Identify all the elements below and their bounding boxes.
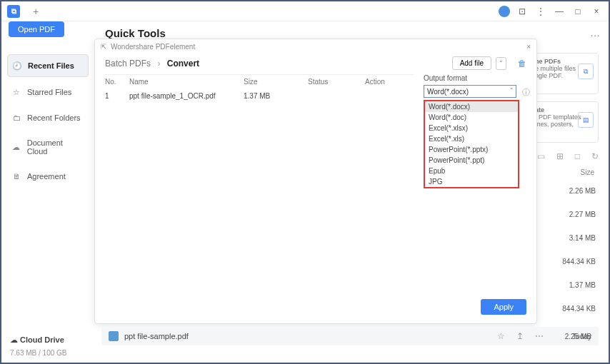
upload-icon[interactable]: ↥ — [516, 331, 524, 341]
cell-no: 1 — [105, 92, 129, 100]
file-size: 3.14 MB — [562, 234, 596, 242]
card-line: e multiple files — [535, 65, 576, 72]
clock-icon: 🕘 — [12, 61, 22, 71]
recent-file-row[interactable]: ppt file-sample.pdf ☆ ↥ ⋯ Today 2.25 MB — [101, 327, 599, 345]
sidebar-item-agreement[interactable]: 🗎 Agreement — [7, 166, 89, 187]
cloud-drive-label: Cloud Drive — [20, 335, 64, 344]
view-list-icon[interactable]: ▭ — [537, 151, 545, 161]
sidebar-item-recent-files[interactable]: 🕘 Recent Files — [7, 54, 89, 77]
star-icon: ☆ — [11, 87, 21, 97]
cloud-icon: ☁ — [11, 142, 21, 152]
cell-status — [308, 92, 365, 100]
file-table: No. Name Size Status Action 1 ppt file-s… — [105, 74, 414, 298]
card-title: ne PDFs — [535, 58, 561, 65]
col-name: Name — [129, 78, 244, 86]
new-tab-button[interactable]: + — [33, 6, 39, 17]
format-option-ppt[interactable]: PowerPoint(*.ppt) — [425, 155, 518, 166]
user-avatar-icon[interactable] — [499, 6, 510, 17]
table-row[interactable]: 1 ppt file-sample_1_OCR.pdf 1.37 MB — [105, 89, 414, 103]
apply-button[interactable]: Apply — [481, 299, 526, 315]
recent-file-size: 2.25 MB — [565, 333, 591, 340]
cell-name: ppt file-sample_1_OCR.pdf — [129, 92, 244, 100]
info-icon[interactable]: ⓘ — [522, 87, 530, 98]
output-format-label: Output format — [424, 74, 526, 82]
modal-app-hint: Wondershare PDFelement — [111, 43, 195, 51]
content-area: ne PDFs e multiple files ngle PDF. ⧉ ate… — [94, 44, 609, 363]
batch-convert-modal: ⇱ Wondershare PDFelement × Batch PDFs › … — [94, 39, 537, 324]
recent-file-name: ppt file-sample.pdf — [124, 332, 189, 340]
col-no: No. — [105, 78, 129, 86]
size-column-header: Size — [581, 168, 594, 176]
maximize-button[interactable]: □ — [571, 5, 584, 18]
format-option-xls[interactable]: Excel(*.xls) — [425, 133, 518, 144]
minimize-button[interactable]: — — [553, 5, 566, 18]
format-option-xlsx[interactable]: Excel(*.xlsx) — [425, 123, 518, 133]
template-card[interactable]: ate t PDF templates mes, posters, ▤ — [530, 101, 599, 143]
sidebar-item-document-cloud[interactable]: ☁ Document Cloud — [7, 133, 89, 161]
folder-icon: 🗀 — [11, 113, 21, 123]
chevron-right-icon: › — [157, 59, 160, 69]
cell-size: 1.37 MB — [244, 92, 308, 100]
file-size: 2.26 MB — [562, 187, 596, 195]
combine-pdfs-card[interactable]: ne PDFs e multiple files ngle PDF. ⧉ — [530, 53, 599, 94]
file-size: 844.34 KB — [562, 305, 596, 313]
pdf-file-icon — [109, 331, 119, 341]
pin-icon[interactable]: ⇱ — [101, 43, 106, 51]
open-pdf-button[interactable]: Open PDF — [9, 21, 64, 37]
star-toggle-icon[interactable]: ☆ — [497, 331, 505, 341]
sidebar-item-label: Agreement — [27, 172, 66, 181]
view-toolbar: ▭ ⊞ □ ↻ — [537, 151, 599, 161]
output-format-value: Word(*.docx) — [427, 88, 469, 96]
sidebar-item-label: Recent Files — [28, 61, 74, 70]
col-status: Status — [308, 78, 365, 86]
sidebar: Open PDF 🕘 Recent Files ☆ Starred Files … — [1, 44, 94, 363]
card-line: mes, posters, — [535, 121, 574, 128]
format-option-epub[interactable]: Epub — [425, 166, 518, 176]
output-format-select[interactable]: Word(*.docx) ˅ — [424, 85, 516, 98]
template-icon: ▤ — [578, 112, 594, 128]
app-logo-icon[interactable]: ⧉ — [7, 5, 20, 18]
file-size: 2.27 MB — [562, 211, 596, 218]
format-option-pptx[interactable]: PowerPoint(*.pptx) — [425, 144, 518, 155]
clear-list-button[interactable]: 🗑 — [518, 59, 526, 69]
col-action: Action — [365, 78, 401, 86]
refresh-icon[interactable]: ↻ — [591, 151, 599, 161]
close-window-button[interactable]: × — [590, 5, 603, 18]
card-line: t PDF templates — [535, 113, 581, 121]
titlebar: ⧉ + ⊡ ⋮ — □ × — [1, 1, 609, 21]
card-line: ngle PDF. — [535, 72, 563, 79]
breadcrumb-root[interactable]: Batch PDFs — [105, 59, 151, 69]
breadcrumb-leaf: Convert — [167, 59, 199, 69]
sidebar-item-label: Document Cloud — [27, 138, 84, 156]
output-format-dropdown: Word(*.docx) Word(*.doc) Excel(*.xlsx) E… — [424, 100, 519, 188]
add-file-button[interactable]: Add file — [452, 56, 491, 70]
format-option-docx[interactable]: Word(*.docx) — [425, 101, 518, 112]
menu-dots-icon[interactable]: ⋮ — [534, 5, 547, 18]
document-icon: 🗎 — [11, 171, 21, 181]
file-size: 844.34 KB — [562, 258, 596, 266]
add-file-dropdown-button[interactable]: ˅ — [496, 57, 506, 70]
col-size: Size — [244, 78, 308, 86]
modal-close-button[interactable]: × — [526, 43, 531, 51]
cloud-drive-section[interactable]: ☁ Cloud Drive 7.63 MB / 100 GB — [10, 335, 67, 357]
view-grid-icon[interactable]: ⊞ — [556, 151, 564, 161]
view-card-icon[interactable]: □ — [575, 151, 580, 161]
chevron-down-icon: ˅ — [510, 87, 514, 94]
sidebar-item-starred-files[interactable]: ☆ Starred Files — [7, 81, 89, 103]
sidebar-item-label: Recent Folders — [27, 113, 81, 122]
format-option-doc[interactable]: Word(*.doc) — [425, 112, 518, 123]
row-more-icon[interactable]: ⋯ — [535, 331, 544, 341]
page-title: Quick Tools — [105, 27, 166, 39]
combine-icon: ⧉ — [578, 64, 594, 79]
format-option-jpg[interactable]: JPG — [425, 176, 518, 187]
cell-action — [365, 92, 401, 100]
cloud-usage: 7.63 MB / 100 GB — [10, 349, 67, 357]
sidebar-item-recent-folders[interactable]: 🗀 Recent Folders — [7, 107, 89, 128]
sidebar-item-label: Starred Files — [27, 88, 71, 96]
header-more-icon[interactable]: … — [590, 27, 600, 39]
file-size: 1.37 MB — [562, 281, 596, 289]
cloud-icon: ☁ — [10, 335, 20, 344]
feedback-icon[interactable]: ⊡ — [516, 5, 529, 18]
